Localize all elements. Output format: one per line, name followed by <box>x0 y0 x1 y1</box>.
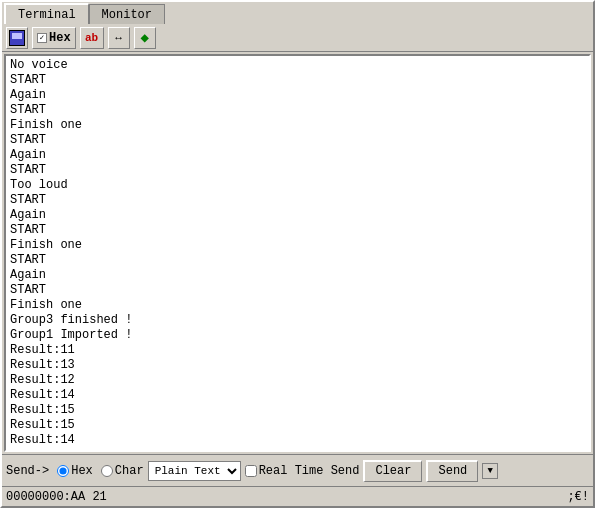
char-radio[interactable] <box>101 465 113 477</box>
realtime-send-checkbox-item[interactable]: Real Time Send <box>245 464 360 478</box>
send-button[interactable]: Send <box>426 460 478 482</box>
ab-icon: ab <box>85 32 98 44</box>
send-label: Send-> <box>6 464 49 478</box>
terminal-line: Again <box>10 88 585 103</box>
terminal-line: START <box>10 103 585 118</box>
terminal-line: START <box>10 133 585 148</box>
terminal-line: Again <box>10 268 585 283</box>
tab-bar: Terminal Monitor <box>2 2 593 24</box>
realtime-send-checkbox[interactable] <box>245 465 257 477</box>
terminal-output: No voiceSTARTAgainSTARTFinish oneSTARTAg… <box>4 54 591 452</box>
terminal-line: Finish one <box>10 238 585 253</box>
hex-radio[interactable] <box>57 465 69 477</box>
toolbar: ✓ Hex ab ↔ ◆ <box>2 24 593 52</box>
status-chars: ;€! <box>567 490 589 504</box>
chip-button[interactable]: ◆ <box>134 27 156 49</box>
realtime-send-label: Real Time Send <box>259 464 360 478</box>
status-address: 00000000:AA 21 <box>6 490 567 504</box>
char-radio-label: Char <box>115 464 144 478</box>
terminal-line: START <box>10 73 585 88</box>
hex-check-icon: ✓ <box>37 33 47 43</box>
terminal-line: Result:15 <box>10 403 585 418</box>
terminal-line: Again <box>10 208 585 223</box>
radio-group: Hex Char <box>57 464 143 478</box>
terminal-line: START <box>10 283 585 298</box>
hex-radio-item[interactable]: Hex <box>57 464 93 478</box>
status-bar: 00000000:AA 21 ;€! <box>2 486 593 506</box>
terminal-line: Result:12 <box>10 373 585 388</box>
tab-terminal[interactable]: Terminal <box>4 3 89 24</box>
terminal-line: Group3 finished ! <box>10 313 585 328</box>
terminal-line: Again <box>10 148 585 163</box>
terminal-line: Finish one <box>10 298 585 313</box>
terminal-line: Result:14 <box>10 433 585 448</box>
bottom-bar: Send-> Hex Char Plain Text Real Time Sen… <box>2 454 593 486</box>
save-icon <box>9 30 25 46</box>
tab-monitor[interactable]: Monitor <box>89 4 165 24</box>
save-button[interactable] <box>6 27 28 49</box>
terminal-line: Result:15 <box>10 418 585 433</box>
hex-radio-label: Hex <box>71 464 93 478</box>
terminal-line: Result:13 <box>10 358 585 373</box>
terminal-line: Group1 Imported ! <box>10 328 585 343</box>
terminal-line: Too loud <box>10 178 585 193</box>
terminal-line: Result:14 <box>10 388 585 403</box>
encoding-dropdown[interactable]: Plain Text <box>148 461 241 481</box>
terminal-line: No voice <box>10 58 585 73</box>
terminal-line: START <box>10 223 585 238</box>
char-radio-item[interactable]: Char <box>101 464 144 478</box>
extra-icon: ▼ <box>488 466 493 476</box>
hex-label: Hex <box>49 31 71 45</box>
extra-button[interactable]: ▼ <box>482 463 498 479</box>
hex-toggle-button[interactable]: ✓ Hex <box>32 27 76 49</box>
chip-icon: ◆ <box>140 29 148 46</box>
arrow-icon: ↔ <box>115 32 122 44</box>
terminal-line: Finish one <box>10 118 585 133</box>
ab-button[interactable]: ab <box>80 27 104 49</box>
terminal-line: START <box>10 163 585 178</box>
terminal-line: Result:11 <box>10 343 585 358</box>
encoding-dropdown-wrap: Plain Text <box>148 461 241 481</box>
main-window: Terminal Monitor ✓ Hex ab ↔ ◆ <box>0 0 595 508</box>
clear-button[interactable]: Clear <box>363 460 422 482</box>
arrow-button[interactable]: ↔ <box>108 27 130 49</box>
terminal-line: START <box>10 193 585 208</box>
terminal-line: START <box>10 253 585 268</box>
